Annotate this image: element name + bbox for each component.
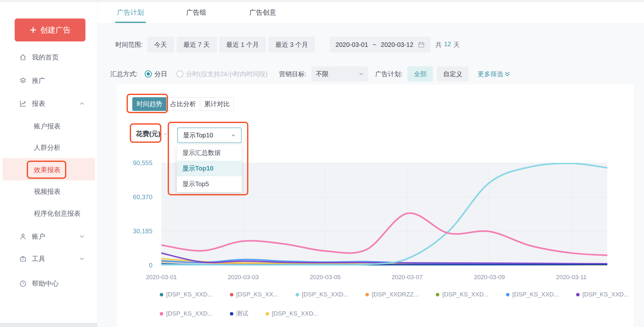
legend-dot — [576, 293, 580, 296]
legend-row-1: [DSP_KS_XXD... [DSP_KS_XX... [DSP_KS_XXD… — [160, 291, 629, 298]
time-range-row: 时间范围: 今天 最近 7 天 最近 1 个月 最近 3 个月 2020-03-… — [115, 37, 460, 53]
dropdown-option-top5[interactable]: 显示Top5 — [177, 176, 242, 192]
more-filters-label: 更多筛选 — [478, 70, 503, 78]
preset-last-3-months[interactable]: 最近 3 个月 — [268, 37, 315, 53]
x-axis-tick: 2020-03-09 — [469, 274, 510, 281]
chart-tab-cumulative-compare[interactable]: 累计对比 — [200, 97, 234, 111]
legend-item[interactable]: [DSP_KS_XXD... — [160, 310, 213, 317]
ad-plan-filter-label: 广告计划: — [375, 70, 403, 78]
legend-item[interactable]: 测试 — [230, 309, 248, 318]
legend-label: [DSP_KS_XXD... — [166, 310, 213, 317]
toolbox-icon — [19, 255, 27, 263]
sidebar-item-promotion[interactable]: 推广 — [0, 74, 98, 88]
legend-label: [DSP_KS_XXD... — [302, 291, 348, 298]
legend-item[interactable]: [DSP_KS_XXD... — [436, 291, 489, 298]
legend-item[interactable]: [DSP_KS_XXD... — [576, 291, 629, 298]
metric-selector-value: 花费(元) — [136, 129, 160, 138]
legend-dot — [296, 293, 299, 296]
dropdown-option-top10[interactable]: 显示Top10 — [177, 161, 242, 176]
marketing-goal-value: 不限 — [316, 70, 359, 78]
chart-tab-share-analysis[interactable]: 占比分析 — [166, 97, 200, 111]
top-n-select-value: 显示Top10 — [183, 131, 231, 140]
preset-today[interactable]: 今天 — [147, 37, 174, 53]
legend-item[interactable]: [DSP_KS_XXD... — [266, 310, 318, 317]
legend-label: [DSP_KS_XXD... — [512, 291, 559, 298]
summary-row: 汇总方式: 分日 分时(仅支持24小时内时间段) 营销目标: 不限 广告计划: … — [110, 66, 510, 82]
top-n-select[interactable]: 显示Top10 — [177, 127, 242, 143]
sidebar-item-home[interactable]: 我的首页 — [0, 50, 98, 64]
radio-daily[interactable] — [145, 70, 152, 77]
marketing-goal-label: 营销目标: — [279, 70, 306, 78]
legend-label: [DSP_KS_XXD... — [442, 291, 489, 298]
sidebar-item-help-center[interactable]: ? 帮助中心 — [0, 277, 98, 291]
sidebar-item-video-report[interactable]: 视频报表 — [0, 185, 98, 199]
sidebar-item-label: 人群分析 — [34, 143, 61, 152]
calendar-icon — [418, 41, 425, 48]
legend-item[interactable]: [DSP_KS_XXD... — [160, 291, 213, 298]
legend-item[interactable]: [DSP_KS_XXD... — [506, 291, 559, 298]
y-axis-tick: 60,370 — [117, 193, 152, 201]
sidebar-item-reports[interactable]: 报表 — [0, 97, 98, 111]
chart-card: 时间趋势 占比分析 累计对比 花费(元) 显示Top10 显示汇总数据 显示To… — [117, 84, 634, 327]
preset-last-1-month[interactable]: 最近 1 个月 — [219, 37, 266, 53]
chart-tab-time-trend[interactable]: 时间趋势 — [132, 97, 166, 111]
plan-custom-button[interactable]: 自定义 — [437, 66, 469, 82]
tab-ad-group[interactable]: 广告组 — [186, 8, 206, 17]
top-tab-bar: 广告计划 广告组 广告创意 — [98, 2, 644, 24]
create-ad-button[interactable]: 创建广告 — [15, 18, 85, 41]
chevron-up-icon — [231, 133, 236, 138]
sidebar-item-label: 推广 — [32, 76, 45, 85]
radio-hourly-label[interactable]: 分时(仅支持24小时内时间段) — [186, 70, 268, 78]
time-range-label: 时间范围: — [115, 40, 143, 49]
legend-row-2: [DSP_KS_XXD... 测试 [DSP_KS_XXD... — [160, 309, 318, 318]
plan-all-button[interactable]: 全部 — [407, 66, 433, 82]
radio-daily-label[interactable]: 分日 — [155, 70, 167, 78]
x-axis-tick: 2020-03-11 — [551, 274, 592, 281]
sidebar-item-label: 视频报表 — [34, 187, 61, 196]
summary-label: 汇总方式: — [110, 70, 138, 78]
y-axis-tick: 0 — [117, 262, 152, 269]
double-chevron-down-icon — [505, 71, 510, 77]
y-axis-tick: 90,555 — [117, 159, 152, 167]
sidebar: 创建广告 我的首页 推广 报表 账户报表 人群分析 效果报表 视频报表 程 — [0, 2, 98, 327]
marketing-goal-select[interactable]: 不限 — [311, 66, 368, 82]
sidebar-item-label: 帮助中心 — [32, 279, 59, 288]
sidebar-item-label: 效果报表 — [34, 165, 61, 174]
svg-text:?: ? — [22, 281, 24, 286]
date-range-picker[interactable]: 2020-03-01 ~ 2020-03-12 — [330, 37, 430, 53]
sidebar-item-label: 账户 — [32, 232, 45, 241]
total-days-value: 12 — [444, 40, 451, 49]
chevron-down-icon — [79, 256, 85, 262]
legend-label: [DSP_KS_XXD... — [166, 291, 213, 298]
sidebar-item-audience-analysis[interactable]: 人群分析 — [0, 141, 98, 155]
sidebar-item-tools[interactable]: 工具 — [0, 252, 98, 266]
sidebar-item-programmatic-creative-report[interactable]: 程序化创意报表 — [0, 207, 98, 221]
dropdown-option-summary[interactable]: 显示汇总数据 — [177, 145, 242, 161]
metric-selector[interactable]: 花费(元) — [136, 128, 168, 140]
sidebar-item-account-report[interactable]: 账户报表 — [0, 119, 98, 133]
total-suffix: 天 — [453, 40, 460, 49]
legend-item[interactable]: [DSP_KS_XX... — [230, 291, 278, 298]
preset-last-7-days[interactable]: 最近 7 天 — [177, 37, 217, 53]
more-filters-link[interactable]: 更多筛选 — [478, 70, 510, 78]
chevron-up-icon — [79, 101, 85, 106]
date-start: 2020-03-01 — [335, 41, 368, 48]
sidebar-item-effect-report[interactable]: 效果报表 — [0, 163, 98, 177]
tab-ad-creative[interactable]: 广告创意 — [249, 8, 276, 17]
legend-label: [DSP_XXDRZZ... — [372, 291, 419, 298]
help-icon: ? — [19, 280, 27, 287]
app-screen: 创建广告 我的首页 推广 报表 账户报表 人群分析 效果报表 视频报表 程 — [0, 0, 644, 327]
legend-label: [DSP_KS_XX... — [236, 291, 278, 298]
radio-hourly[interactable] — [176, 70, 183, 77]
tab-ad-plan[interactable]: 广告计划 — [117, 8, 144, 17]
total-prefix: 共 — [435, 40, 442, 49]
legend-item[interactable]: [DSP_XXDRZZ... — [365, 291, 419, 298]
legend-dot — [365, 293, 369, 296]
legend-dot — [436, 293, 439, 296]
date-end: 2020-03-12 — [381, 41, 413, 48]
chevron-down-icon — [359, 71, 364, 76]
legend-dot — [160, 312, 163, 316]
legend-item[interactable]: [DSP_KS_XXD... — [296, 291, 348, 298]
sidebar-item-account[interactable]: 账户 — [0, 229, 98, 243]
legend-dot — [230, 312, 233, 316]
